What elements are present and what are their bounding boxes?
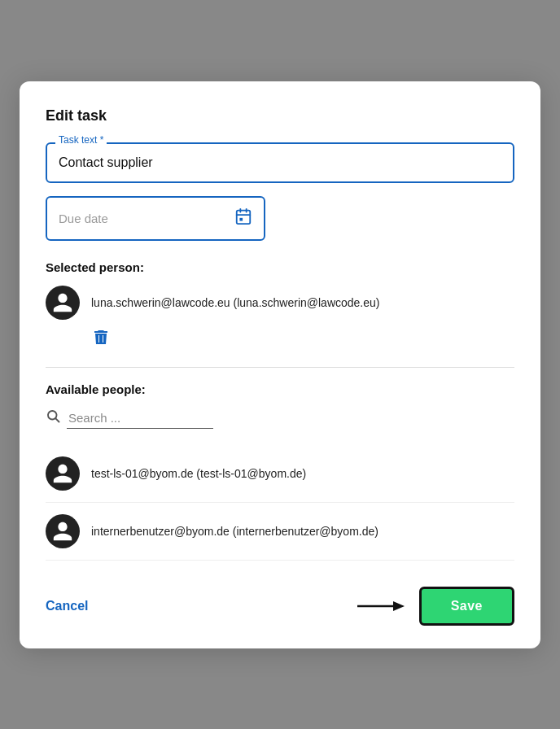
selected-person-label: Selected person: xyxy=(46,260,514,274)
svg-rect-0 xyxy=(237,210,251,224)
trash-icon xyxy=(91,328,111,352)
available-person-item[interactable]: internerbenutzer@byom.de (internerbenutz… xyxy=(46,503,514,561)
svg-line-6 xyxy=(55,418,59,421)
svg-marker-8 xyxy=(393,601,405,611)
arrow-icon xyxy=(357,597,406,615)
delete-person-button[interactable] xyxy=(91,328,514,352)
svg-rect-4 xyxy=(239,217,243,220)
available-people-label: Available people: xyxy=(46,382,514,396)
available-person-email-1: test-ls-01@byom.de (test-ls-01@byom.de) xyxy=(91,467,306,480)
modal-overlay: Edit task Task text * Due date Selected … xyxy=(0,0,560,729)
available-person-email-2: internerbenutzer@byom.de (internerbenutz… xyxy=(91,525,378,538)
save-button[interactable]: Save xyxy=(419,587,514,626)
cancel-button[interactable]: Cancel xyxy=(46,599,88,613)
search-icon xyxy=(46,408,60,427)
selected-person-item: luna.schwerin@lawcode.eu (luna.schwerin@… xyxy=(46,286,514,320)
search-input[interactable] xyxy=(67,408,213,429)
available-person-item[interactable]: test-ls-01@byom.de (test-ls-01@byom.de) xyxy=(46,445,514,503)
selected-person-avatar xyxy=(46,286,80,320)
modal-footer: Cancel Save xyxy=(46,580,514,626)
modal-title: Edit task xyxy=(46,107,514,124)
available-person-avatar-1 xyxy=(46,456,80,491)
search-wrapper xyxy=(46,408,514,429)
selected-person-email: luna.schwerin@lawcode.eu (luna.schwerin@… xyxy=(91,296,380,309)
due-date-placeholder: Due date xyxy=(59,212,234,225)
divider xyxy=(46,367,514,368)
arrow-save-group: Save xyxy=(357,587,514,626)
task-text-label: Task text * xyxy=(55,134,107,146)
calendar-icon xyxy=(234,207,252,229)
task-text-field-group: Task text * xyxy=(46,142,514,183)
task-text-input[interactable] xyxy=(46,142,514,183)
available-person-avatar-2 xyxy=(46,514,80,548)
due-date-field[interactable]: Due date xyxy=(46,196,265,241)
edit-task-modal: Edit task Task text * Due date Selected … xyxy=(20,81,540,648)
